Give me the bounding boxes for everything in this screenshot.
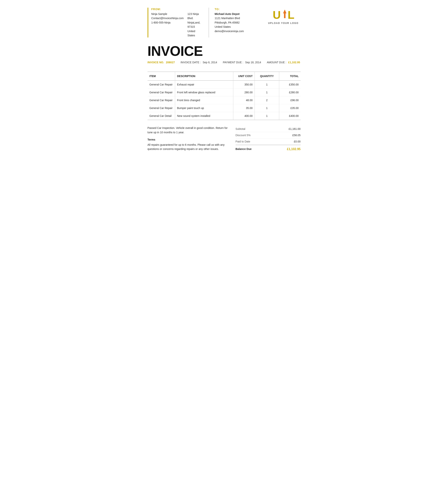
payment-due-date: Sep 18, 2014: [245, 61, 261, 64]
terms-text: All repairs guaranteed for up to 6 month…: [148, 143, 228, 151]
cell-qty-0: 1: [255, 80, 279, 89]
cell-total-0: £350.00: [279, 80, 301, 89]
col-header-quantity: QUANTITY: [255, 72, 279, 80]
col-header-unit-cost: UNIT COST: [233, 72, 255, 80]
discount-label: Discount 5%: [236, 134, 251, 137]
cell-total-3: £35.00: [279, 104, 301, 112]
cell-qty-4: 1: [255, 112, 279, 120]
table-row: General Car Repair Bumper paint touch up…: [148, 104, 301, 112]
to-email: demo@invoiceninja.com: [215, 29, 266, 33]
table-row: General Car Detail New sound system inst…: [148, 112, 301, 120]
bottom-section: Passed Car Inspection. Vehicle overall i…: [148, 126, 301, 152]
payment-due-group: PAYMENT DUE : Sep 18, 2014: [223, 61, 261, 64]
from-phone: 1-800-555-Ninja: [151, 21, 184, 25]
invoice-table: ITEM DESCRIPTION UNIT COST QUANTITY TOTA…: [148, 71, 301, 120]
svg-text:U: U: [273, 9, 281, 21]
from-country: United States: [188, 29, 203, 38]
to-address2: Pittsburgh, PA 45682: [215, 21, 266, 25]
cell-unit-2: 48.00: [233, 96, 255, 104]
subtotal-row: Subtotal £1,161.00: [236, 126, 301, 132]
cell-qty-3: 1: [255, 104, 279, 112]
cell-item-2: General Car Repair: [148, 96, 175, 104]
cell-qty-1: 1: [255, 89, 279, 96]
col-header-item: ITEM: [148, 72, 175, 80]
balance-due-row: Balance Due £1,102.95: [236, 145, 301, 152]
discount-value: £58.05: [292, 134, 301, 137]
svg-text:L: L: [288, 9, 294, 21]
invoice-title: INVOICE: [148, 43, 301, 59]
balance-due-label: Balance Due: [236, 147, 252, 151]
to-block: TO: Michael Auto Depot 1121 Manhatten Bl…: [215, 8, 266, 33]
cell-qty-2: 2: [255, 96, 279, 104]
to-country: United States: [215, 25, 266, 29]
from-grid: Ninja Sample Contact@InvoiceNinja.com 1-…: [151, 12, 203, 37]
col-header-total: TOTAL: [279, 72, 301, 80]
header-section: FROM: Ninja Sample Contact@InvoiceNinja.…: [148, 8, 301, 37]
logo-block[interactable]: U L UPLOAD YOUR LOGO: [266, 8, 301, 24]
cell-desc-3: Bumper paint touch up: [175, 104, 233, 112]
cell-desc-4: New sound system installed: [175, 112, 233, 120]
cell-unit-0: 350.00: [233, 80, 255, 89]
vertical-divider: [209, 8, 209, 37]
cell-total-2: £96.00: [279, 96, 301, 104]
from-right: 123 Ninja Blvd. NinjaLand, 97315 United …: [188, 12, 203, 37]
invoice-date-group: INVOICE DATE : Sep 6, 2014: [181, 61, 217, 64]
from-email: Contact@InvoiceNinja.com: [151, 16, 184, 20]
invoice-number-label: INVOICE NO. 208027: [148, 61, 175, 64]
from-label: FROM:: [151, 8, 203, 11]
cell-item-4: General Car Detail: [148, 112, 175, 120]
cell-unit-3: 35.00: [233, 104, 255, 112]
amount-due-value: £1,102.95: [288, 61, 300, 64]
cell-item-0: General Car Repair: [148, 80, 175, 89]
invoice-no-label: INVOICE NO.: [148, 61, 164, 64]
public-notes: Passed Car Inspection. Vehicle overall i…: [148, 126, 228, 134]
invoice-number: 208027: [166, 61, 175, 64]
invoice-date: Sep 6, 2014: [203, 61, 217, 64]
cell-unit-1: 280.00: [233, 89, 255, 96]
cell-total-1: £280.00: [279, 89, 301, 96]
to-name: Michael Auto Depot: [215, 12, 266, 16]
svg-marker-1: [283, 10, 287, 18]
paid-value: £0.00: [294, 140, 300, 143]
notes-block: Passed Car Inspection. Vehicle overall i…: [148, 126, 236, 151]
cell-unit-4: 400.00: [233, 112, 255, 120]
cell-desc-2: Front tires changed: [175, 96, 233, 104]
balance-due-value: £1,102.95: [287, 147, 300, 151]
invoice-meta: INVOICE NO. 208027 INVOICE DATE : Sep 6,…: [148, 61, 301, 64]
from-left: Ninja Sample Contact@InvoiceNinja.com 1-…: [151, 12, 184, 37]
terms-label: Terms: [148, 137, 228, 142]
table-row: General Car Repair Front left window gla…: [148, 89, 301, 96]
to-address1: 1121 Manhatten Blvd: [215, 16, 266, 20]
amount-due-group: AMOUNT DUE : £1,102.95: [267, 61, 300, 64]
cell-item-1: General Car Repair: [148, 89, 175, 96]
from-address1: 123 Ninja Blvd.: [188, 12, 203, 21]
to-label: TO:: [215, 8, 266, 11]
paid-label: Paid to Date: [236, 140, 250, 143]
cell-desc-0: Exhaust repair: [175, 80, 233, 89]
upload-logo-area[interactable]: U L UPLOAD YOUR LOGO: [268, 8, 299, 24]
cell-total-4: £400.00: [279, 112, 301, 120]
payment-due-label: PAYMENT DUE :: [223, 61, 243, 64]
totals-block: Subtotal £1,161.00 Discount 5% £58.05 Pa…: [236, 126, 301, 152]
cell-desc-1: Front left window glass replaced: [175, 89, 233, 96]
from-address2: NinjaLand, 97315: [188, 21, 203, 29]
discount-row: Discount 5% £58.05: [236, 132, 301, 138]
paid-row: Paid to Date £0.00: [236, 138, 301, 145]
upload-logo-text: UPLOAD YOUR LOGO: [268, 22, 299, 24]
subtotal-label: Subtotal: [236, 127, 245, 130]
amount-due-label: AMOUNT DUE :: [267, 61, 286, 64]
table-row: General Car Repair Exhaust repair 350.00…: [148, 80, 301, 89]
from-name: Ninja Sample: [151, 12, 184, 16]
cell-item-3: General Car Repair: [148, 104, 175, 112]
subtotal-value: £1,161.00: [288, 127, 300, 130]
col-header-description: DESCRIPTION: [175, 72, 233, 80]
table-row: General Car Repair Front tires changed 4…: [148, 96, 301, 104]
logo-svg: U L: [272, 8, 295, 21]
from-block: FROM: Ninja Sample Contact@InvoiceNinja.…: [151, 8, 203, 37]
invoice-date-label: INVOICE DATE :: [181, 61, 201, 64]
